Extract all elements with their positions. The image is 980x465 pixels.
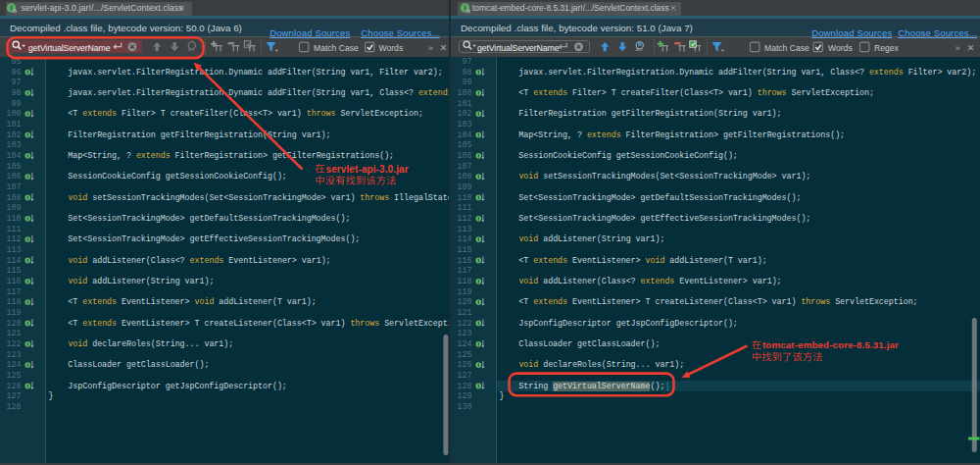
svg-text:ALL: ALL <box>188 47 196 52</box>
svg-text:ALL: ALL <box>636 47 644 52</box>
